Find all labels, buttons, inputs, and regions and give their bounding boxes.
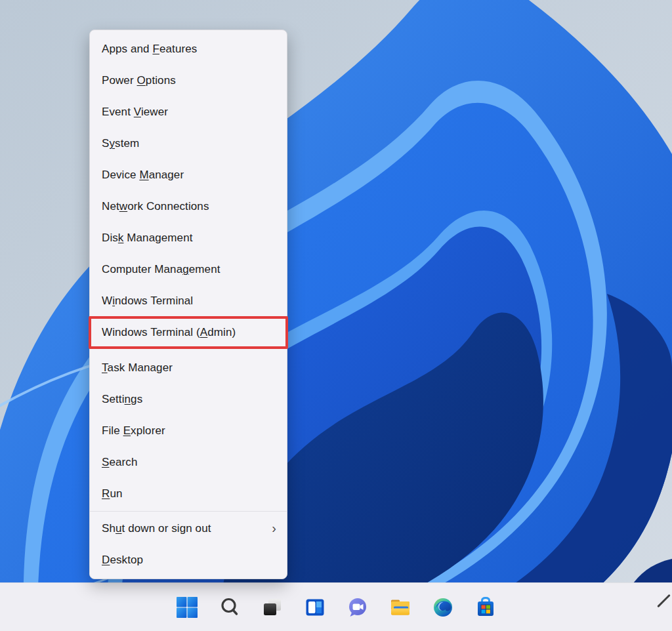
widgets-icon <box>303 596 327 619</box>
windows-start-icon <box>175 596 199 619</box>
menu-item-label: Event Viewer <box>102 106 168 119</box>
menu-item-windows-terminal[interactable]: Windows Terminal <box>90 285 287 317</box>
menu-item-label: Settings <box>102 393 142 406</box>
win-x-menu: Apps and FeaturesPower OptionsEvent View… <box>89 30 287 579</box>
taskbar-widgets-button[interactable] <box>302 594 328 621</box>
menu-item-shut-down-or-sign-out[interactable]: Shut down or sign out› <box>90 513 287 544</box>
menu-item-apps-and-features[interactable]: Apps and Features <box>90 33 287 65</box>
menu-item-label: Apps and Features <box>102 43 197 56</box>
menu-item-label: System <box>102 137 139 150</box>
task-view-icon <box>261 596 284 619</box>
menu-item-label: Windows Terminal (Admin) <box>102 326 236 339</box>
menu-separator <box>90 511 287 512</box>
menu-item-windows-terminal-admin[interactable]: Windows Terminal (Admin) <box>90 317 287 348</box>
edge-icon <box>431 596 455 619</box>
taskbar-task-view-button[interactable] <box>259 594 285 621</box>
menu-item-label: File Explorer <box>102 424 165 438</box>
taskbar-store-button[interactable] <box>472 594 499 621</box>
menu-item-label: Disk Management <box>102 232 193 245</box>
menu-item-label: Search <box>102 456 137 469</box>
taskbar-file-explorer-button[interactable] <box>387 594 413 621</box>
menu-item-disk-management[interactable]: Disk Management <box>90 222 287 254</box>
menu-item-label: Windows Terminal <box>102 295 193 308</box>
chat-icon <box>346 596 369 619</box>
menu-item-device-manager[interactable]: Device Manager <box>90 159 287 191</box>
search-icon <box>218 596 242 619</box>
menu-item-label: Computer Management <box>102 263 220 276</box>
menu-item-label: Shut down or sign out <box>102 522 211 535</box>
menu-item-label: Task Manager <box>102 361 173 375</box>
taskbar-search-button[interactable] <box>217 594 243 621</box>
menu-item-power-options[interactable]: Power Options <box>90 65 287 96</box>
taskbar-edge-button[interactable] <box>430 594 456 621</box>
menu-item-run[interactable]: Run <box>90 478 287 510</box>
menu-item-task-manager[interactable]: Task Manager <box>90 352 287 384</box>
chevron-right-icon: › <box>272 521 276 535</box>
store-icon <box>474 596 497 619</box>
menu-item-settings[interactable]: Settings <box>90 384 287 415</box>
menu-item-computer-management[interactable]: Computer Management <box>90 254 287 285</box>
taskbar-chat-button[interactable] <box>345 594 371 621</box>
menu-item-event-viewer[interactable]: Event Viewer <box>90 96 287 128</box>
menu-item-system[interactable]: System <box>90 128 287 159</box>
taskbar-start-button[interactable] <box>174 594 200 621</box>
menu-item-network-connections[interactable]: Network Connections <box>90 191 287 222</box>
menu-item-label: Run <box>102 487 123 500</box>
menu-item-file-explorer[interactable]: File Explorer <box>90 415 287 447</box>
menu-item-label: Network Connections <box>102 200 209 213</box>
menu-item-label: Power Options <box>102 74 176 87</box>
menu-item-label: Desktop <box>102 554 143 567</box>
taskbar <box>0 582 672 631</box>
file-explorer-icon <box>388 596 412 619</box>
menu-item-desktop[interactable]: Desktop <box>90 544 287 576</box>
menu-item-search[interactable]: Search <box>90 447 287 478</box>
menu-item-label: Device Manager <box>102 169 184 182</box>
